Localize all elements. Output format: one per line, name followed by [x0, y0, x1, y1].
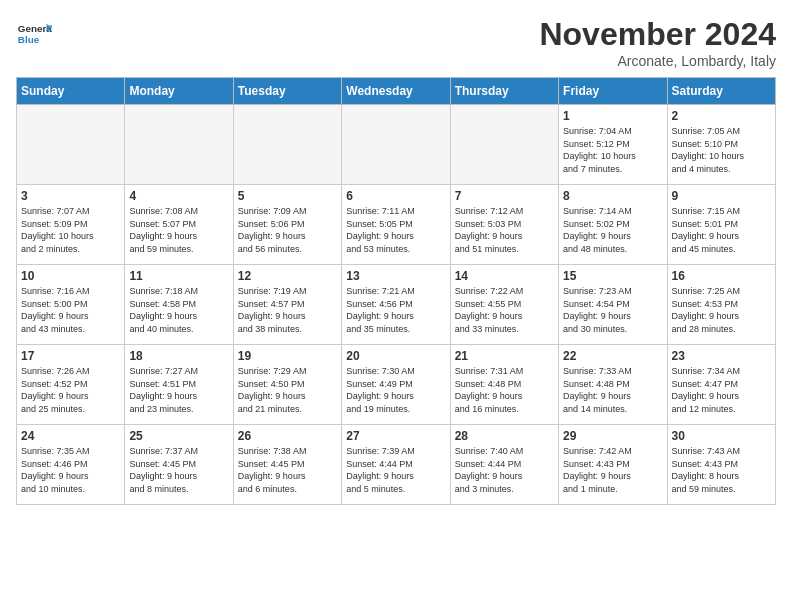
logo: General Blue — [16, 16, 52, 52]
calendar-cell: 6Sunrise: 7:11 AM Sunset: 5:05 PM Daylig… — [342, 185, 450, 265]
weekday-header-row: SundayMondayTuesdayWednesdayThursdayFrid… — [17, 78, 776, 105]
calendar-cell: 24Sunrise: 7:35 AM Sunset: 4:46 PM Dayli… — [17, 425, 125, 505]
day-number: 20 — [346, 349, 445, 363]
day-info: Sunrise: 7:21 AM Sunset: 4:56 PM Dayligh… — [346, 285, 445, 335]
day-number: 9 — [672, 189, 771, 203]
day-info: Sunrise: 7:27 AM Sunset: 4:51 PM Dayligh… — [129, 365, 228, 415]
calendar-cell — [233, 105, 341, 185]
day-number: 17 — [21, 349, 120, 363]
week-row-4: 17Sunrise: 7:26 AM Sunset: 4:52 PM Dayli… — [17, 345, 776, 425]
day-info: Sunrise: 7:15 AM Sunset: 5:01 PM Dayligh… — [672, 205, 771, 255]
calendar-cell — [125, 105, 233, 185]
day-info: Sunrise: 7:14 AM Sunset: 5:02 PM Dayligh… — [563, 205, 662, 255]
day-info: Sunrise: 7:05 AM Sunset: 5:10 PM Dayligh… — [672, 125, 771, 175]
day-info: Sunrise: 7:11 AM Sunset: 5:05 PM Dayligh… — [346, 205, 445, 255]
calendar-cell: 21Sunrise: 7:31 AM Sunset: 4:48 PM Dayli… — [450, 345, 558, 425]
calendar-cell: 23Sunrise: 7:34 AM Sunset: 4:47 PM Dayli… — [667, 345, 775, 425]
day-info: Sunrise: 7:29 AM Sunset: 4:50 PM Dayligh… — [238, 365, 337, 415]
day-info: Sunrise: 7:25 AM Sunset: 4:53 PM Dayligh… — [672, 285, 771, 335]
calendar-cell — [17, 105, 125, 185]
calendar-cell: 30Sunrise: 7:43 AM Sunset: 4:43 PM Dayli… — [667, 425, 775, 505]
weekday-header-sunday: Sunday — [17, 78, 125, 105]
calendar-cell: 5Sunrise: 7:09 AM Sunset: 5:06 PM Daylig… — [233, 185, 341, 265]
calendar-cell: 20Sunrise: 7:30 AM Sunset: 4:49 PM Dayli… — [342, 345, 450, 425]
week-row-2: 3Sunrise: 7:07 AM Sunset: 5:09 PM Daylig… — [17, 185, 776, 265]
weekday-header-friday: Friday — [559, 78, 667, 105]
day-number: 13 — [346, 269, 445, 283]
logo-icon: General Blue — [16, 16, 52, 52]
day-info: Sunrise: 7:39 AM Sunset: 4:44 PM Dayligh… — [346, 445, 445, 495]
day-number: 5 — [238, 189, 337, 203]
week-row-1: 1Sunrise: 7:04 AM Sunset: 5:12 PM Daylig… — [17, 105, 776, 185]
day-number: 19 — [238, 349, 337, 363]
day-number: 25 — [129, 429, 228, 443]
day-info: Sunrise: 7:31 AM Sunset: 4:48 PM Dayligh… — [455, 365, 554, 415]
day-number: 21 — [455, 349, 554, 363]
day-info: Sunrise: 7:16 AM Sunset: 5:00 PM Dayligh… — [21, 285, 120, 335]
weekday-header-thursday: Thursday — [450, 78, 558, 105]
day-info: Sunrise: 7:09 AM Sunset: 5:06 PM Dayligh… — [238, 205, 337, 255]
day-number: 4 — [129, 189, 228, 203]
day-info: Sunrise: 7:38 AM Sunset: 4:45 PM Dayligh… — [238, 445, 337, 495]
weekday-header-monday: Monday — [125, 78, 233, 105]
calendar-cell: 12Sunrise: 7:19 AM Sunset: 4:57 PM Dayli… — [233, 265, 341, 345]
day-number: 3 — [21, 189, 120, 203]
day-number: 16 — [672, 269, 771, 283]
day-info: Sunrise: 7:08 AM Sunset: 5:07 PM Dayligh… — [129, 205, 228, 255]
day-number: 18 — [129, 349, 228, 363]
month-title: November 2024 — [539, 16, 776, 53]
day-info: Sunrise: 7:37 AM Sunset: 4:45 PM Dayligh… — [129, 445, 228, 495]
calendar-cell: 8Sunrise: 7:14 AM Sunset: 5:02 PM Daylig… — [559, 185, 667, 265]
day-info: Sunrise: 7:04 AM Sunset: 5:12 PM Dayligh… — [563, 125, 662, 175]
calendar-cell: 16Sunrise: 7:25 AM Sunset: 4:53 PM Dayli… — [667, 265, 775, 345]
day-info: Sunrise: 7:07 AM Sunset: 5:09 PM Dayligh… — [21, 205, 120, 255]
day-info: Sunrise: 7:30 AM Sunset: 4:49 PM Dayligh… — [346, 365, 445, 415]
day-number: 8 — [563, 189, 662, 203]
day-info: Sunrise: 7:26 AM Sunset: 4:52 PM Dayligh… — [21, 365, 120, 415]
calendar-cell: 3Sunrise: 7:07 AM Sunset: 5:09 PM Daylig… — [17, 185, 125, 265]
day-number: 2 — [672, 109, 771, 123]
calendar-cell: 9Sunrise: 7:15 AM Sunset: 5:01 PM Daylig… — [667, 185, 775, 265]
day-number: 23 — [672, 349, 771, 363]
day-number: 7 — [455, 189, 554, 203]
day-info: Sunrise: 7:42 AM Sunset: 4:43 PM Dayligh… — [563, 445, 662, 495]
day-number: 26 — [238, 429, 337, 443]
calendar-cell: 17Sunrise: 7:26 AM Sunset: 4:52 PM Dayli… — [17, 345, 125, 425]
calendar-cell: 27Sunrise: 7:39 AM Sunset: 4:44 PM Dayli… — [342, 425, 450, 505]
day-number: 6 — [346, 189, 445, 203]
day-number: 28 — [455, 429, 554, 443]
week-row-3: 10Sunrise: 7:16 AM Sunset: 5:00 PM Dayli… — [17, 265, 776, 345]
calendar-cell: 14Sunrise: 7:22 AM Sunset: 4:55 PM Dayli… — [450, 265, 558, 345]
day-number: 1 — [563, 109, 662, 123]
calendar-cell: 4Sunrise: 7:08 AM Sunset: 5:07 PM Daylig… — [125, 185, 233, 265]
day-info: Sunrise: 7:22 AM Sunset: 4:55 PM Dayligh… — [455, 285, 554, 335]
day-info: Sunrise: 7:18 AM Sunset: 4:58 PM Dayligh… — [129, 285, 228, 335]
calendar-cell: 2Sunrise: 7:05 AM Sunset: 5:10 PM Daylig… — [667, 105, 775, 185]
week-row-5: 24Sunrise: 7:35 AM Sunset: 4:46 PM Dayli… — [17, 425, 776, 505]
svg-text:Blue: Blue — [18, 34, 40, 45]
day-info: Sunrise: 7:33 AM Sunset: 4:48 PM Dayligh… — [563, 365, 662, 415]
day-number: 30 — [672, 429, 771, 443]
calendar-cell: 22Sunrise: 7:33 AM Sunset: 4:48 PM Dayli… — [559, 345, 667, 425]
day-number: 24 — [21, 429, 120, 443]
day-info: Sunrise: 7:12 AM Sunset: 5:03 PM Dayligh… — [455, 205, 554, 255]
calendar-cell — [342, 105, 450, 185]
page-header: General Blue November 2024 Arconate, Lom… — [16, 16, 776, 69]
calendar-cell: 10Sunrise: 7:16 AM Sunset: 5:00 PM Dayli… — [17, 265, 125, 345]
day-number: 10 — [21, 269, 120, 283]
calendar-table: SundayMondayTuesdayWednesdayThursdayFrid… — [16, 77, 776, 505]
title-section: November 2024 Arconate, Lombardy, Italy — [539, 16, 776, 69]
calendar-cell: 25Sunrise: 7:37 AM Sunset: 4:45 PM Dayli… — [125, 425, 233, 505]
day-number: 27 — [346, 429, 445, 443]
calendar-cell: 11Sunrise: 7:18 AM Sunset: 4:58 PM Dayli… — [125, 265, 233, 345]
day-info: Sunrise: 7:35 AM Sunset: 4:46 PM Dayligh… — [21, 445, 120, 495]
calendar-cell: 7Sunrise: 7:12 AM Sunset: 5:03 PM Daylig… — [450, 185, 558, 265]
day-number: 11 — [129, 269, 228, 283]
day-number: 29 — [563, 429, 662, 443]
day-info: Sunrise: 7:34 AM Sunset: 4:47 PM Dayligh… — [672, 365, 771, 415]
day-info: Sunrise: 7:23 AM Sunset: 4:54 PM Dayligh… — [563, 285, 662, 335]
location-title: Arconate, Lombardy, Italy — [539, 53, 776, 69]
day-number: 22 — [563, 349, 662, 363]
day-number: 12 — [238, 269, 337, 283]
day-info: Sunrise: 7:43 AM Sunset: 4:43 PM Dayligh… — [672, 445, 771, 495]
